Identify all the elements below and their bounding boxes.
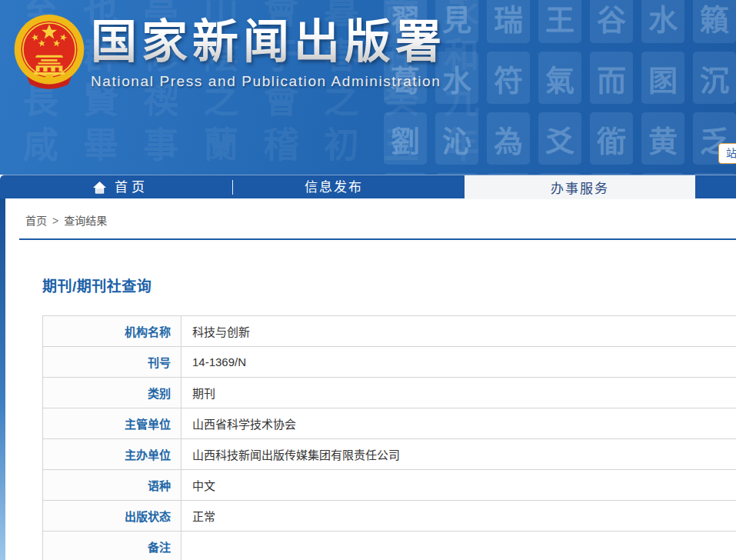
nav-info-label: 信息发布: [305, 180, 363, 195]
row-value: 山西科技新闻出版传媒集团有限责任公司: [182, 439, 736, 470]
seal-watermark-tile: 王: [538, 0, 581, 43]
seal-watermark-tile: 劉: [384, 112, 427, 165]
table-row: 备注: [43, 532, 736, 560]
nav-item-home[interactable]: 首页: [92, 175, 148, 199]
row-value: [182, 532, 736, 560]
site-banner: 永和九年歲在癸丑暮春之初會于會稽山陰之蘭亭修禊事也群賢畢至少長咸集此地有崇山峻嶺…: [0, 0, 736, 175]
row-value: 14-1369/N: [182, 347, 736, 378]
page-title: 期刊/期刊社查询: [42, 275, 736, 295]
nav-home-label: 首页: [115, 175, 148, 199]
breadcrumb: 首页>查询结果: [25, 212, 736, 228]
row-label: 出版状态: [43, 501, 182, 532]
nav-item-services-active-tab[interactable]: 办事服务: [465, 175, 695, 199]
site-title: 国家新闻出版署: [91, 15, 446, 68]
nav-separator: [232, 180, 233, 195]
row-value: 期刊: [182, 378, 736, 408]
table-row: 语种 中文: [43, 470, 736, 501]
site-title-block: 国家新闻出版署 National Press and Publication A…: [91, 15, 446, 90]
row-label: 类别: [43, 378, 182, 408]
seal-watermark-tile: 氣: [538, 52, 581, 104]
national-emblem-logo: [9, 12, 89, 92]
breadcrumb-current: 查询结果: [64, 215, 107, 227]
seal-watermark-tile: 圂: [641, 52, 684, 104]
table-row: 机构名称 科技与创新: [43, 316, 736, 347]
seal-watermark-tile: 爻: [538, 112, 581, 165]
left-edge-strip: [0, 198, 5, 560]
row-value: 山西省科学技术协会: [182, 408, 736, 439]
china-emblem-icon: [9, 12, 89, 92]
table-row: 类别 期刊: [43, 378, 736, 408]
table-row: 出版状态 正常: [43, 501, 736, 532]
table-row: 刊号 14-1369/N: [43, 347, 736, 378]
row-label: 主管单位: [43, 408, 182, 439]
seal-watermark-tile: 黄: [641, 112, 684, 165]
table-row: 主管单位 山西省科学技术协会: [43, 408, 736, 439]
seal-watermark-tile: 而: [590, 52, 633, 104]
seal-watermark-tile: 符: [487, 52, 530, 104]
breadcrumb-separator: >: [52, 215, 58, 227]
row-value: 中文: [182, 470, 736, 501]
row-value: 正常: [182, 501, 736, 532]
site-title-english: National Press and Publication Administr…: [91, 73, 446, 90]
seal-watermark-tile: 籟: [693, 0, 736, 43]
main-navbar: 首页 信息发布 办事服务: [0, 175, 736, 198]
section-divider: [19, 238, 736, 240]
seal-watermark-tile: 衜: [590, 112, 633, 165]
seal-watermark-tile: 水: [641, 0, 684, 43]
row-label: 机构名称: [43, 316, 182, 347]
seal-watermark-tile: 沉: [693, 52, 736, 104]
row-label: 刊号: [43, 347, 182, 378]
row-value: 科技与创新: [182, 316, 736, 347]
seal-watermark-tile: 為: [487, 112, 530, 165]
nav-item-info-release[interactable]: 信息发布: [305, 175, 363, 199]
row-label: 主办单位: [43, 439, 182, 470]
home-icon: [92, 181, 107, 195]
row-label: 备注: [43, 532, 182, 560]
seal-watermark-tile: 沁: [435, 112, 478, 165]
seal-watermark-tile: 瑞: [487, 0, 530, 43]
table-row: 主办单位 山西科技新闻出版传媒集团有限责任公司: [43, 439, 736, 470]
row-label: 语种: [43, 470, 182, 501]
content-panel: 首页>查询结果 期刊/期刊社查询 机构名称 科技与创新 刊号 14-1369/N…: [5, 198, 736, 560]
breadcrumb-home-link[interactable]: 首页: [25, 215, 47, 227]
seal-watermark-tile: 谷: [590, 0, 633, 43]
site-search-button[interactable]: 站: [718, 143, 736, 164]
journal-info-table: 机构名称 科技与创新 刊号 14-1369/N 类别 期刊 主管单位 山西省科学…: [42, 315, 736, 560]
